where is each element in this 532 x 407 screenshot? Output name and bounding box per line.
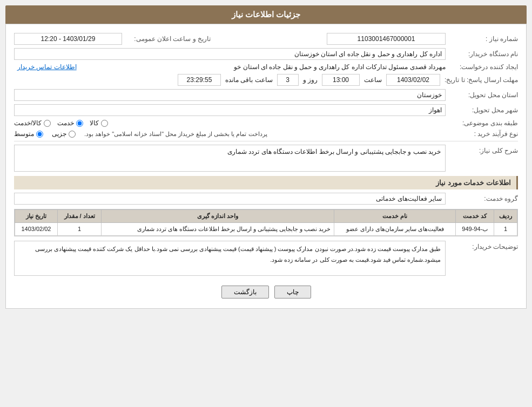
process-motevaset-label: متوسط bbox=[14, 130, 34, 138]
process-jazee-radio[interactable] bbox=[69, 131, 76, 138]
col-unit: واحد اندازه گیری bbox=[102, 210, 334, 223]
buyer-org-label: نام دستگاه خریدار: bbox=[448, 50, 518, 58]
cell-date: 1403/02/02 bbox=[15, 223, 58, 236]
cell-qty: 1 bbox=[57, 223, 101, 236]
service-group-value: سایر فعالیت‌های خدماتی bbox=[14, 193, 446, 205]
service-table-container: ردیف کد خدمت نام خدمت واحد اندازه گیری ت… bbox=[14, 209, 518, 236]
table-row: 1 ب-94-949 فعالیت‌های سایر سازمان‌های دا… bbox=[15, 223, 517, 236]
general-desc-label: شرح کلی نیاز: bbox=[448, 145, 518, 154]
col-code: کد خدمت bbox=[456, 210, 494, 223]
cell-unit: خرید نصب و جابجایی پشتیبانی و ارسال برخط… bbox=[102, 223, 334, 236]
city-value: اهواز bbox=[14, 104, 446, 116]
col-radif: ردیف bbox=[494, 210, 517, 223]
action-buttons: چاپ بازگشت bbox=[14, 281, 518, 303]
service-group-label: گروه خدمت: bbox=[448, 195, 518, 202]
buyer-notes-label: توضیحات خریدار: bbox=[448, 241, 518, 250]
page-title: جزئیات اطلاعات نیاز bbox=[232, 10, 300, 19]
general-desc-value: خرید نصب و جابجایی پشتیبانی و ارسال برخط… bbox=[14, 145, 446, 172]
col-qty: تعداد / مقدار bbox=[57, 210, 101, 223]
send-date-label: مهلت ارسال پاسخ: تا تاریخ: bbox=[442, 76, 518, 84]
category-khadamat-label: خدمت bbox=[57, 119, 74, 127]
col-name: نام خدمت bbox=[334, 210, 456, 223]
category-kala-khadamat-option[interactable]: کالا/خدمت bbox=[14, 119, 51, 127]
cell-radif: 1 bbox=[494, 223, 517, 236]
category-kala-khadamat-radio[interactable] bbox=[44, 120, 51, 127]
print-button[interactable]: چاپ bbox=[274, 286, 311, 299]
service-table: ردیف کد خدمت نام خدمت واحد اندازه گیری ت… bbox=[15, 209, 517, 236]
buyer-org-value: اداره کل راهداری و حمل و نقل جاده ای است… bbox=[14, 48, 446, 60]
city-label: شهر محل تحویل: bbox=[448, 106, 518, 114]
province-label: استان محل تحویل: bbox=[448, 91, 518, 99]
deadline-date: 1403/02/02 bbox=[386, 74, 440, 86]
col-date: تاریخ نیاز bbox=[15, 210, 58, 223]
process-label: نوع فرآیند خرید : bbox=[448, 130, 518, 138]
days-label: روز و bbox=[301, 76, 320, 84]
buyer-notes-value: طبق مدارک پیوست قیمت زده شود.در صورت نبو… bbox=[14, 241, 446, 276]
cell-name: فعالیت‌های سایر سازمان‌های دارای عضو bbox=[334, 223, 456, 236]
need-number-label: شماره نیاز : bbox=[448, 35, 518, 43]
category-khadamat-radio[interactable] bbox=[76, 120, 83, 127]
category-kala-option[interactable]: کالا bbox=[90, 119, 108, 127]
category-kala-label: کالا bbox=[90, 119, 99, 127]
process-radio-group: متوسط جزیی پرداخت تمام یا بخشی از مبلغ خ… bbox=[14, 130, 446, 138]
category-kala-khadamat-label: کالا/خدمت bbox=[14, 119, 42, 127]
announce-date-value: 1403/01/29 - 12:20 bbox=[14, 33, 122, 45]
category-radio-group: کالا/خدمت خدمت کالا bbox=[14, 119, 446, 127]
process-jazee-option[interactable]: جزیی bbox=[52, 130, 76, 138]
deadline-time: 13:00 bbox=[322, 74, 360, 86]
remaining-label: ساعت باقی مانده bbox=[223, 76, 275, 84]
process-desc: پرداخت تمام یا بخشی از مبلغ خریداز محل "… bbox=[84, 131, 267, 138]
page-header: جزئیات اطلاعات نیاز bbox=[5, 5, 527, 24]
cell-code: ب-94-949 bbox=[456, 223, 494, 236]
requester-value: مهرداد قصدی مسئول تدارکات اداره کل راهدا… bbox=[82, 63, 446, 71]
category-khadamat-option[interactable]: خدمت bbox=[57, 119, 83, 127]
time-label: ساعت bbox=[362, 76, 384, 84]
process-jazee-label: جزیی bbox=[52, 130, 66, 138]
category-label: طبقه بندی موضوعی: bbox=[448, 119, 518, 127]
announce-date-label: تاریخ و ساعت اعلان عمومی: bbox=[124, 35, 211, 43]
services-section-header: اطلاعات خدمات مورد نیاز bbox=[14, 176, 518, 189]
process-motevaset-option[interactable]: متوسط bbox=[14, 130, 43, 138]
need-number-value: 1103001467000001 bbox=[327, 33, 446, 45]
category-kala-radio[interactable] bbox=[101, 120, 108, 127]
deadline-remaining: 23:29:55 bbox=[178, 74, 221, 86]
requester-contact-link[interactable]: اطلاعات تماس خریدار bbox=[14, 63, 80, 71]
process-motevaset-radio[interactable] bbox=[36, 131, 43, 138]
province-value: خوزستان bbox=[14, 89, 446, 101]
deadline-days: 3 bbox=[277, 74, 299, 86]
back-button[interactable]: بازگشت bbox=[221, 286, 269, 299]
requester-label: ایجاد کننده درخواست: bbox=[448, 63, 518, 71]
